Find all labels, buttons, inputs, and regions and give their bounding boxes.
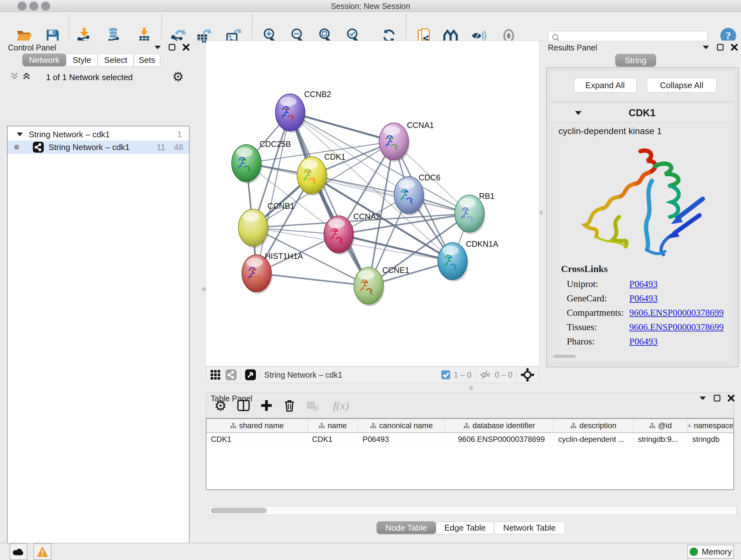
cell-shared-name[interactable]: CDK1 (206, 433, 308, 446)
toolbar-separator (260, 369, 260, 381)
title-bar: Session: New Session (0, 0, 741, 12)
toolbar-separator (161, 14, 162, 38)
tab-network[interactable]: Network (22, 54, 66, 66)
results-panel-title: Results Panel (548, 43, 597, 52)
birdseye-crosshair-icon[interactable] (521, 368, 535, 382)
crosslink-link[interactable]: 9606.ENSP00000378699 (629, 322, 724, 336)
column-header[interactable]: description (554, 419, 633, 432)
network-node-ccna1[interactable]: CCNA1 (379, 121, 434, 162)
network-node-cdk1[interactable]: CDK1 (297, 152, 346, 196)
node-label: CDKN1A (466, 240, 498, 248)
node-label: CDC6 (419, 173, 441, 182)
panel-collapse-icon[interactable] (699, 395, 706, 401)
vertical-splitter-grip[interactable] (202, 287, 206, 291)
crosslink-label: Compartments: (567, 307, 629, 322)
column-header[interactable]: canonical name (358, 419, 445, 432)
tree-expand-icon[interactable] (17, 132, 23, 137)
tab-network-table[interactable]: Network Table (494, 521, 565, 534)
panel-close-icon[interactable] (728, 395, 735, 401)
add-column-icon[interactable] (258, 397, 275, 414)
column-type-icon (570, 423, 577, 428)
cell-database-identifier[interactable]: 9606.ENSP00000378699 (445, 433, 554, 446)
cell-description[interactable]: cyclin-dependent ... (554, 433, 633, 446)
table-panel: Table Panel ⚙ f(x) (206, 393, 738, 516)
table-hscroll-thumb[interactable] (211, 508, 267, 513)
panel-close-icon[interactable] (731, 44, 738, 51)
column-header[interactable]: @id (633, 419, 688, 432)
cell-canonical-name[interactable]: P06493 (358, 433, 445, 446)
network-node-ccnb2[interactable]: CCNB2 (275, 90, 331, 133)
detach-view-icon[interactable] (245, 369, 256, 381)
network-node-rb1[interactable]: RB1 (455, 192, 495, 234)
cell-namespace[interactable]: stringdb (688, 433, 733, 446)
network-tree: String Network – cdk1 1 String Network –… (7, 126, 190, 560)
network-view-toolbar: String Network – cdk1 1 – 0 0 – 0 (206, 367, 539, 383)
network-collection-row[interactable]: String Network – cdk1 1 (8, 128, 189, 140)
string-results-box: Expand All Collapse All CDK1 cyclin-depe… (546, 67, 738, 367)
horizontal-splitter-grip[interactable] (469, 386, 473, 390)
network-node-ccne1[interactable]: CCNE1 (354, 266, 409, 306)
table-hscrollbar[interactable] (208, 506, 737, 515)
section-title: CDK1 (549, 107, 735, 119)
network-edge[interactable] (257, 273, 368, 286)
memory-label: Memory (702, 547, 732, 557)
tab-sets[interactable]: Sets (134, 54, 160, 66)
network-canvas[interactable]: CCNB2CCNA1CDC25BCDK1CDC6RB1CCNB1CCNA2CDK… (206, 41, 539, 367)
expand-collapse-box: Expand All Collapse All (549, 70, 735, 101)
function-builder-button: f(x) (327, 397, 355, 414)
tab-string[interactable]: String (615, 54, 656, 67)
collection-count: 1 (178, 130, 182, 139)
crosslink-label: Tissues: (567, 322, 629, 336)
cloud-icon (12, 547, 25, 557)
column-header[interactable]: database identifier (445, 419, 554, 432)
network-node-hist1h1a[interactable]: HIST1H1A (242, 252, 303, 294)
tab-style[interactable]: Style (66, 54, 98, 66)
tab-edge-table[interactable]: Edge Table (436, 521, 494, 534)
network-node-cdc25b[interactable]: CDC25B (232, 139, 291, 184)
network-node-cdkn1a[interactable]: CDKN1A (438, 240, 498, 282)
tab-select[interactable]: Select (98, 54, 134, 66)
crosslink-link[interactable]: P06493 (629, 336, 658, 351)
crosslink-link[interactable]: 9606.ENSP00000378699 (629, 307, 724, 322)
column-type-icon (370, 423, 377, 428)
panel-collapse-icon[interactable] (702, 45, 710, 50)
warnings-button[interactable] (33, 543, 51, 560)
network-node-cdc6[interactable]: CDC6 (394, 173, 441, 215)
results-hscroll-thumb[interactable] (553, 355, 576, 358)
panel-collapse-icon[interactable] (154, 45, 161, 50)
column-header[interactable]: namespace (688, 419, 733, 432)
tab-node-table[interactable]: Node Table (377, 521, 436, 534)
panel-float-icon[interactable] (169, 44, 176, 51)
table-panel-title: Table Panel (211, 394, 253, 403)
crosslink-link[interactable]: P06493 (629, 279, 658, 293)
cell-id[interactable]: stringdb:9... (633, 433, 688, 446)
crosslink-row: Compartments: 9606.ENSP00000378699 (567, 307, 726, 322)
memory-button[interactable]: Memory (687, 545, 734, 559)
cell-name[interactable]: CDK1 (308, 433, 358, 446)
table-row[interactable]: CDK1 CDK1 P06493 9606.ENSP00000378699 cy… (206, 433, 733, 446)
delete-column-trash-icon[interactable] (281, 397, 298, 414)
expand-all-button[interactable]: Expand All (574, 78, 636, 92)
collapse-all-button[interactable]: Collapse All (647, 78, 717, 92)
panel-close-icon[interactable] (183, 44, 190, 51)
cloud-status-button[interactable] (10, 543, 27, 560)
node-label: HIST1H1A (265, 252, 303, 260)
network-options-gear-icon[interactable]: ⚙ (172, 69, 184, 84)
network-row[interactable]: String Network – cdk1 11 48 (8, 140, 189, 154)
node-label: CDK1 (324, 152, 346, 161)
selected-checkbox-icon[interactable] (441, 370, 451, 380)
panel-float-icon[interactable] (717, 44, 724, 51)
column-type-icon (230, 423, 237, 428)
node-label: CCNB2 (304, 90, 331, 99)
network-thumbnail-icon[interactable] (225, 369, 237, 381)
column-header[interactable]: name (308, 419, 358, 432)
node-label: RB1 (479, 192, 495, 200)
grid-view-icon[interactable] (210, 369, 221, 380)
network-node-ccnb1[interactable]: CCNB1 (239, 201, 294, 248)
crosslink-label: Uniprot: (567, 279, 629, 293)
network-graph[interactable]: CCNB2CCNA1CDC25BCDK1CDC6RB1CCNB1CCNA2CDK… (206, 41, 539, 366)
crosslink-link[interactable]: P06493 (629, 293, 658, 307)
panel-float-icon[interactable] (714, 395, 721, 401)
network-selection-status: 1 of 1 Network selected (0, 72, 179, 82)
column-header[interactable]: shared name (206, 419, 308, 432)
